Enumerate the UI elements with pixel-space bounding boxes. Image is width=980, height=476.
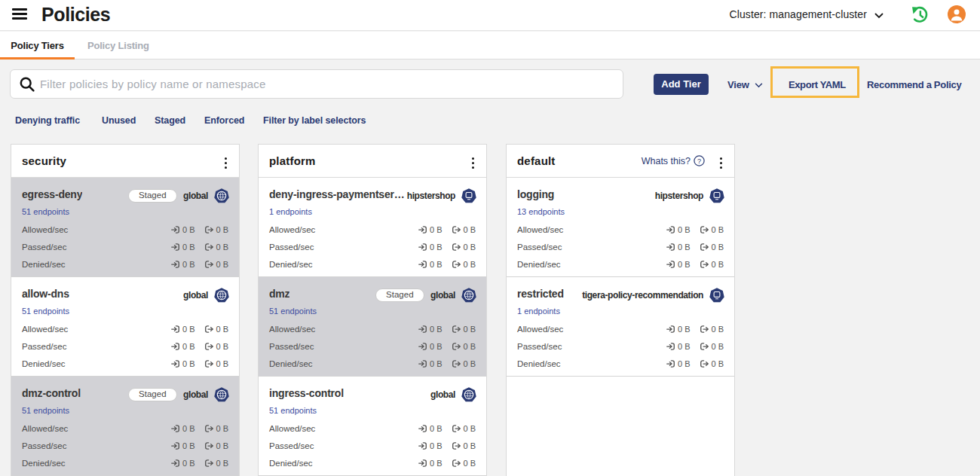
svg-text:?: ? [697, 157, 701, 165]
